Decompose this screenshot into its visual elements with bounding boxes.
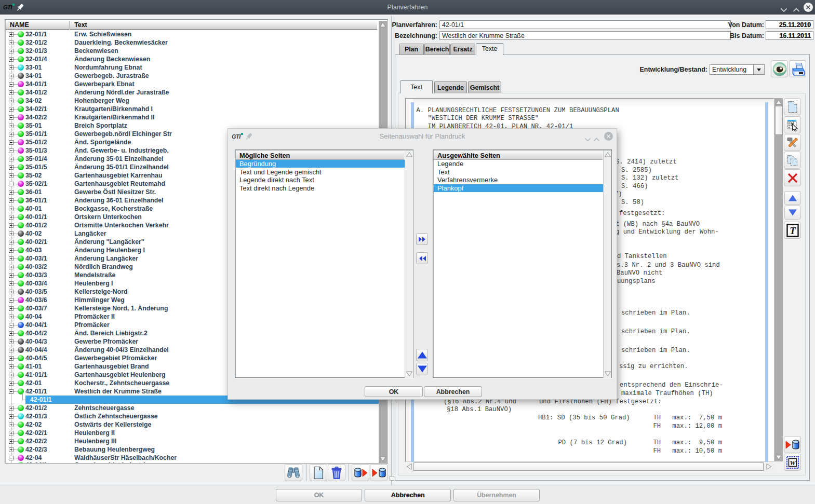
svg-text:W: W xyxy=(790,458,796,466)
svg-text:T: T xyxy=(790,225,796,236)
